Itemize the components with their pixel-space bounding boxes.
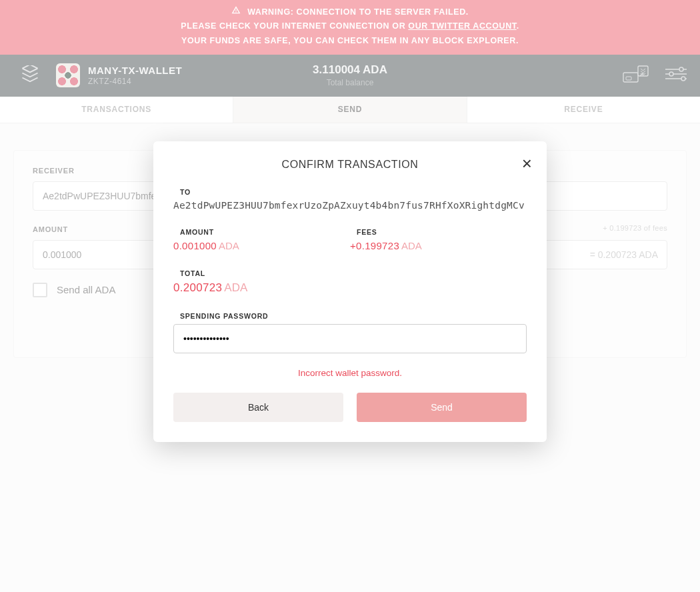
modal-fees-value: +0.199723ADA [350, 240, 527, 252]
send-button[interactable]: Send [357, 393, 527, 422]
password-error-message: Incorrect wallet password. [173, 368, 527, 378]
modal-title: CONFIRM TRANSACTION [173, 159, 527, 171]
modal-total-label: TOTAL [173, 269, 527, 277]
confirm-transaction-modal: CONFIRM TRANSACTION × TO Ae2tdPwUPEZ3HUU… [153, 141, 547, 442]
spending-password-input[interactable] [173, 324, 527, 353]
back-button[interactable]: Back [173, 393, 343, 422]
modal-to-label: TO [173, 188, 527, 196]
modal-overlay: CONFIRM TRANSACTION × TO Ae2tdPwUPEZ3HUU… [0, 0, 700, 592]
close-icon[interactable]: × [522, 155, 532, 172]
modal-total-value: 0.200723ADA [173, 281, 527, 295]
modal-to-address: Ae2tdPwUPEZ3HUU7bmfexrUzoZpAZxuyt4b4bn7f… [173, 200, 527, 211]
modal-amount-value: 0.001000ADA [173, 240, 350, 252]
modal-amount-label: AMOUNT [173, 228, 350, 236]
modal-fees-label: FEES [350, 228, 527, 236]
spending-password-label: SPENDING PASSWORD [173, 312, 527, 320]
